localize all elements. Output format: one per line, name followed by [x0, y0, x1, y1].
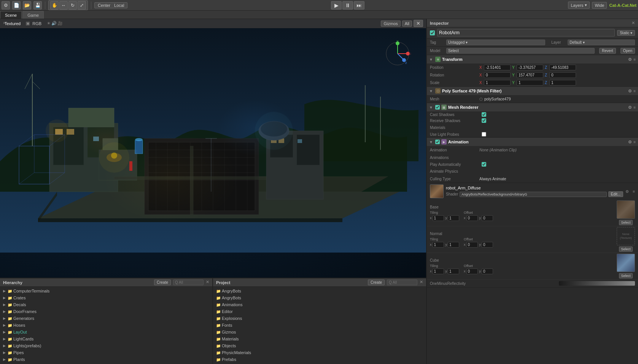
- pivot-mode-label[interactable]: Center: [96, 3, 112, 8]
- project-item-animations[interactable]: 📁 Animations: [213, 301, 426, 308]
- poly-surface-header[interactable]: ▼ ⬡ Poly Surface 479 (Mesh Filter) ⚙ ≡: [427, 87, 638, 95]
- project-item-objects[interactable]: 📁 Objects: [213, 342, 426, 349]
- base-tile-x-input[interactable]: 1: [433, 215, 444, 221]
- hand-tool-btn[interactable]: ✋: [50, 1, 59, 10]
- scale-z-input[interactable]: 1: [549, 80, 576, 86]
- model-open-btn[interactable]: Open: [620, 48, 635, 54]
- tree-item-decals[interactable]: ▶ 📁 Decals: [0, 301, 212, 308]
- poly-menu-icon[interactable]: ≡: [633, 89, 636, 93]
- play-button[interactable]: ▶: [331, 1, 342, 10]
- cube-tile-x-input[interactable]: 1: [433, 269, 444, 274]
- rot-z-input[interactable]: 0: [549, 72, 576, 78]
- pos-y-input[interactable]: -3.376257: [517, 65, 543, 70]
- move-tool-btn[interactable]: ↔: [59, 1, 68, 10]
- tree-item-lights-prefabs[interactable]: ▶ 📁 Lights(prefabs): [0, 342, 212, 349]
- pause-button[interactable]: ⏸: [342, 1, 353, 10]
- animation-menu-icon[interactable]: ≡: [633, 140, 636, 144]
- layout-dropdown[interactable]: Wide: [592, 2, 607, 9]
- project-item-materials[interactable]: 📁 Materials: [213, 335, 426, 342]
- gizmos-dropdown[interactable]: Gizmos: [381, 21, 400, 27]
- base-texture-select-btn[interactable]: Select: [619, 220, 632, 225]
- base-off-y-input[interactable]: 0: [482, 215, 493, 221]
- pos-z-input[interactable]: -49.51083: [549, 65, 576, 70]
- play-auto-checkbox[interactable]: [482, 162, 486, 167]
- scene-view[interactable]: Textured ■ RGB ☀ 🔊 🎥 » Gizmos All ✕: [0, 19, 426, 278]
- tree-item-doorframes[interactable]: ▶ 📁 DoorFrames: [0, 308, 212, 315]
- transform-header[interactable]: ▼ ⊕ Transform ⚙ ≡: [427, 55, 638, 64]
- mesh-renderer-menu-icon[interactable]: ≡: [633, 105, 636, 110]
- tree-item-computer-terminals[interactable]: ▶ 📁 ComputerTerminals: [0, 288, 212, 294]
- project-item-fonts[interactable]: 📁 Fonts: [213, 322, 426, 329]
- cube-tile-y-input[interactable]: 1: [448, 269, 459, 274]
- scene-rgb-tab[interactable]: RGB: [31, 21, 43, 26]
- base-texture-thumb[interactable]: [617, 200, 635, 219]
- tree-item-generators[interactable]: ▶ 📁 Generators: [0, 315, 212, 322]
- rot-x-input[interactable]: 0: [484, 72, 511, 78]
- tree-item-hoses[interactable]: ▶ 📁 Hoses: [0, 322, 212, 329]
- scale-tool-btn[interactable]: ⤢: [78, 1, 86, 10]
- project-create-btn[interactable]: Create: [368, 280, 385, 285]
- all-layers-dropdown[interactable]: All: [402, 21, 412, 27]
- tree-item-plants[interactable]: ▶ 📁 Plants: [0, 356, 212, 363]
- transform-menu-icon[interactable]: ≡: [633, 57, 636, 62]
- object-active-checkbox[interactable]: [430, 30, 435, 35]
- tree-item-pipes[interactable]: ▶ 📁 Pipes: [0, 349, 212, 356]
- project-item-angrybots-1[interactable]: 📁 AngryBots: [213, 288, 426, 294]
- save-scene-btn[interactable]: 💾: [33, 1, 42, 10]
- scene-textured-tab[interactable]: Textured: [3, 21, 22, 26]
- receive-shadows-checkbox[interactable]: [482, 118, 486, 123]
- animation-settings-icon[interactable]: ⚙: [628, 140, 632, 145]
- base-off-x-input[interactable]: 0: [466, 215, 478, 221]
- project-item-prefabs[interactable]: 📁 Prefabs: [213, 356, 426, 363]
- unity-logo-btn[interactable]: ⚙: [2, 1, 10, 10]
- norm-tile-y-input[interactable]: 1: [448, 242, 459, 248]
- tree-item-crates[interactable]: ▶ 📁 Crates: [0, 294, 212, 301]
- use-light-probes-checkbox[interactable]: [482, 132, 486, 137]
- scale-y-input[interactable]: 1: [517, 80, 543, 86]
- rot-y-input[interactable]: 157.4707: [517, 72, 543, 78]
- inspector-close-btn[interactable]: ✕: [632, 21, 635, 25]
- norm-off-y-input[interactable]: 0: [482, 242, 493, 248]
- cast-shadows-checkbox[interactable]: [482, 112, 486, 117]
- tree-item-layout[interactable]: ▶ 📁 LayOut: [0, 329, 212, 335]
- tab-scene[interactable]: Scene: [0, 11, 22, 19]
- mesh-renderer-settings-icon[interactable]: ⚙: [628, 105, 632, 110]
- normal-texture-select-btn[interactable]: Select: [619, 246, 632, 252]
- tab-game[interactable]: Game: [22, 11, 44, 19]
- project-close-btn[interactable]: ✕: [420, 280, 423, 285]
- norm-tile-x-input[interactable]: 1: [433, 242, 444, 248]
- scene-close-btn[interactable]: ✕: [414, 20, 423, 27]
- mesh-renderer-header[interactable]: ▼ ▦ Mesh Renderer ⚙ ≡: [427, 103, 638, 111]
- project-item-angrybots-2[interactable]: 📁 AngryBots: [213, 294, 426, 301]
- hierarchy-search[interactable]: [173, 280, 204, 285]
- animation-enabled-checkbox[interactable]: [435, 140, 440, 144]
- norm-off-x-input[interactable]: 0: [466, 242, 478, 248]
- project-item-physic-materials[interactable]: 📁 PhysicMaterials: [213, 349, 426, 356]
- animation-header[interactable]: ▼ ▶ Animation ⚙ ≡: [427, 138, 638, 146]
- model-select-btn[interactable]: Select: [446, 48, 595, 54]
- mesh-renderer-enabled-checkbox[interactable]: [435, 105, 440, 110]
- new-scene-btn[interactable]: 📄: [12, 1, 21, 10]
- layer-dropdown[interactable]: Default ▾: [568, 40, 635, 45]
- hierarchy-create-btn[interactable]: Create: [154, 280, 171, 285]
- hierarchy-close-btn[interactable]: ✕: [206, 280, 209, 285]
- step-button[interactable]: ⏭: [354, 1, 364, 10]
- base-tile-y-input[interactable]: 1: [448, 215, 459, 221]
- normal-texture-thumb[interactable]: None(Texture): [617, 227, 635, 245]
- cube-texture-select-btn[interactable]: Select: [619, 273, 632, 278]
- material-edit-btn[interactable]: Edit...: [608, 191, 624, 197]
- cube-off-y-input[interactable]: 0: [482, 269, 493, 274]
- project-item-explosions[interactable]: 📁 Explosions: [213, 315, 426, 322]
- shader-value[interactable]: AngryBots/ReflectiveBackgroundArbitraryG: [460, 192, 606, 197]
- project-item-editor[interactable]: 📁 Editor: [213, 308, 426, 315]
- transform-settings-icon[interactable]: ⚙: [628, 57, 632, 62]
- rotate-tool-btn[interactable]: ↻: [68, 1, 77, 10]
- space-mode-label[interactable]: Local: [113, 3, 126, 8]
- scene-canvas[interactable]: Y X Z: [0, 28, 426, 278]
- project-item-gizmos[interactable]: 📁 Gizmos: [213, 329, 426, 335]
- model-revert-btn[interactable]: Revert: [599, 48, 616, 54]
- tree-item-lightcards[interactable]: ▶ 📁 LightCards: [0, 335, 212, 342]
- pos-x-input[interactable]: -2.51401: [484, 65, 511, 70]
- material-settings-icon[interactable]: ⚙: [625, 189, 629, 194]
- one-minus-slider[interactable]: [559, 281, 635, 286]
